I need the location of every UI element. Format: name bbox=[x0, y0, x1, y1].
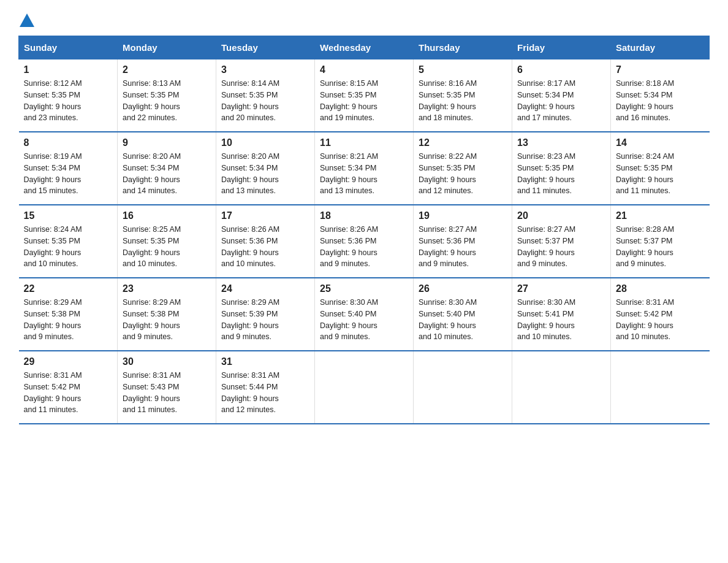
daylight-hours: Daylight: 9 hours bbox=[24, 102, 82, 111]
daylight-hours: Daylight: 9 hours bbox=[123, 248, 180, 257]
sunset-info: Sunset: 5:35 PM bbox=[616, 164, 672, 172]
daylight-hours: Daylight: 9 hours bbox=[221, 394, 279, 403]
sunset-info: Sunset: 5:36 PM bbox=[320, 237, 376, 245]
sunrise-info: Sunrise: 8:15 AM bbox=[320, 79, 378, 88]
day-info: Sunrise: 8:12 AMSunset: 5:35 PMDaylight:… bbox=[24, 78, 113, 124]
daylight-hours: Daylight: 9 hours bbox=[123, 175, 180, 184]
sunset-info: Sunset: 5:41 PM bbox=[517, 310, 574, 318]
calendar-cell: 26Sunrise: 8:30 AMSunset: 5:40 PMDayligh… bbox=[414, 278, 512, 351]
sunset-info: Sunset: 5:36 PM bbox=[221, 237, 278, 245]
sunrise-info: Sunrise: 8:27 AM bbox=[419, 225, 477, 234]
day-number: 31 bbox=[221, 356, 309, 367]
sunset-info: Sunset: 5:35 PM bbox=[221, 91, 278, 99]
day-info: Sunrise: 8:17 AMSunset: 5:34 PMDaylight:… bbox=[517, 78, 605, 124]
day-info: Sunrise: 8:26 AMSunset: 5:36 PMDaylight:… bbox=[320, 224, 408, 270]
daylight-minutes: and 17 minutes. bbox=[517, 113, 572, 122]
sunset-info: Sunset: 5:35 PM bbox=[419, 164, 475, 172]
daylight-minutes: and 12 minutes. bbox=[419, 186, 473, 195]
sunrise-info: Sunrise: 8:19 AM bbox=[24, 152, 82, 161]
daylight-minutes: and 10 minutes. bbox=[517, 332, 572, 341]
sunset-info: Sunset: 5:36 PM bbox=[419, 237, 475, 245]
calendar-cell: 7Sunrise: 8:18 AMSunset: 5:34 PMDaylight… bbox=[611, 59, 710, 132]
daylight-minutes: and 11 minutes. bbox=[24, 405, 78, 414]
day-info: Sunrise: 8:18 AMSunset: 5:34 PMDaylight:… bbox=[616, 78, 705, 124]
calendar-cell bbox=[611, 351, 710, 424]
daylight-minutes: and 10 minutes. bbox=[419, 332, 473, 341]
daylight-minutes: and 10 minutes. bbox=[221, 259, 276, 268]
day-number: 17 bbox=[221, 210, 309, 221]
calendar-cell: 11Sunrise: 8:21 AMSunset: 5:34 PMDayligh… bbox=[315, 132, 414, 205]
day-number: 19 bbox=[419, 210, 507, 221]
sunrise-info: Sunrise: 8:21 AM bbox=[320, 152, 378, 161]
calendar-cell: 31Sunrise: 8:31 AMSunset: 5:44 PMDayligh… bbox=[216, 351, 315, 424]
calendar-cell: 25Sunrise: 8:30 AMSunset: 5:40 PMDayligh… bbox=[315, 278, 414, 351]
sunrise-info: Sunrise: 8:20 AM bbox=[123, 152, 181, 161]
sunset-info: Sunset: 5:35 PM bbox=[123, 91, 179, 99]
day-info: Sunrise: 8:29 AMSunset: 5:38 PMDaylight:… bbox=[24, 297, 113, 343]
daylight-minutes: and 15 minutes. bbox=[24, 186, 78, 195]
daylight-hours: Daylight: 9 hours bbox=[221, 321, 279, 330]
sunset-info: Sunset: 5:34 PM bbox=[616, 91, 672, 99]
daylight-minutes: and 12 minutes. bbox=[221, 405, 276, 414]
day-number: 20 bbox=[517, 210, 605, 221]
day-info: Sunrise: 8:31 AMSunset: 5:42 PMDaylight:… bbox=[616, 297, 705, 343]
day-number: 8 bbox=[24, 137, 113, 148]
page-header bbox=[18, 12, 710, 25]
day-info: Sunrise: 8:31 AMSunset: 5:44 PMDaylight:… bbox=[221, 370, 309, 416]
daylight-hours: Daylight: 9 hours bbox=[24, 321, 82, 330]
daylight-hours: Daylight: 9 hours bbox=[123, 321, 180, 330]
sunset-info: Sunset: 5:35 PM bbox=[320, 91, 376, 99]
calendar-cell: 23Sunrise: 8:29 AMSunset: 5:38 PMDayligh… bbox=[118, 278, 216, 351]
daylight-hours: Daylight: 9 hours bbox=[221, 248, 279, 257]
day-number: 13 bbox=[517, 137, 605, 148]
daylight-hours: Daylight: 9 hours bbox=[320, 102, 377, 111]
day-info: Sunrise: 8:24 AMSunset: 5:35 PMDaylight:… bbox=[24, 224, 113, 270]
header-monday: Monday bbox=[118, 36, 216, 59]
day-info: Sunrise: 8:21 AMSunset: 5:34 PMDaylight:… bbox=[320, 151, 408, 197]
sunset-info: Sunset: 5:40 PM bbox=[320, 310, 376, 318]
day-number: 22 bbox=[24, 283, 113, 294]
calendar-week-row: 29Sunrise: 8:31 AMSunset: 5:42 PMDayligh… bbox=[19, 351, 710, 424]
sunrise-info: Sunrise: 8:31 AM bbox=[221, 371, 279, 380]
sunrise-info: Sunrise: 8:30 AM bbox=[419, 298, 477, 307]
day-info: Sunrise: 8:30 AMSunset: 5:40 PMDaylight:… bbox=[320, 297, 408, 343]
header-wednesday: Wednesday bbox=[315, 36, 414, 59]
sunset-info: Sunset: 5:35 PM bbox=[123, 237, 179, 245]
daylight-minutes: and 18 minutes. bbox=[419, 113, 473, 122]
logo bbox=[18, 12, 36, 25]
sunrise-info: Sunrise: 8:31 AM bbox=[123, 371, 181, 380]
daylight-minutes: and 16 minutes. bbox=[616, 113, 670, 122]
daylight-hours: Daylight: 9 hours bbox=[320, 248, 377, 257]
day-info: Sunrise: 8:31 AMSunset: 5:42 PMDaylight:… bbox=[24, 370, 113, 416]
day-info: Sunrise: 8:20 AMSunset: 5:34 PMDaylight:… bbox=[123, 151, 211, 197]
day-number: 4 bbox=[320, 64, 408, 75]
daylight-hours: Daylight: 9 hours bbox=[123, 394, 180, 403]
sunrise-info: Sunrise: 8:30 AM bbox=[320, 298, 378, 307]
daylight-hours: Daylight: 9 hours bbox=[320, 175, 377, 184]
calendar-cell: 2Sunrise: 8:13 AMSunset: 5:35 PMDaylight… bbox=[118, 59, 216, 132]
day-info: Sunrise: 8:27 AMSunset: 5:36 PMDaylight:… bbox=[419, 224, 507, 270]
sunrise-info: Sunrise: 8:31 AM bbox=[24, 371, 82, 380]
daylight-minutes: and 13 minutes. bbox=[320, 186, 374, 195]
calendar-cell: 28Sunrise: 8:31 AMSunset: 5:42 PMDayligh… bbox=[611, 278, 710, 351]
daylight-minutes: and 9 minutes. bbox=[320, 332, 370, 341]
day-number: 7 bbox=[616, 64, 705, 75]
day-number: 3 bbox=[221, 64, 309, 75]
day-number: 29 bbox=[24, 356, 113, 367]
day-number: 28 bbox=[616, 283, 705, 294]
day-number: 26 bbox=[419, 283, 507, 294]
calendar-cell: 24Sunrise: 8:29 AMSunset: 5:39 PMDayligh… bbox=[216, 278, 315, 351]
day-number: 10 bbox=[221, 137, 309, 148]
calendar-week-row: 22Sunrise: 8:29 AMSunset: 5:38 PMDayligh… bbox=[19, 278, 710, 351]
sunset-info: Sunset: 5:44 PM bbox=[221, 383, 278, 391]
day-info: Sunrise: 8:20 AMSunset: 5:34 PMDaylight:… bbox=[221, 151, 309, 197]
daylight-minutes: and 9 minutes. bbox=[419, 259, 469, 268]
calendar-cell: 1Sunrise: 8:12 AMSunset: 5:35 PMDaylight… bbox=[19, 59, 118, 132]
calendar-cell: 30Sunrise: 8:31 AMSunset: 5:43 PMDayligh… bbox=[118, 351, 216, 424]
header-saturday: Saturday bbox=[611, 36, 710, 59]
daylight-minutes: and 9 minutes. bbox=[24, 332, 74, 341]
calendar-week-row: 15Sunrise: 8:24 AMSunset: 5:35 PMDayligh… bbox=[19, 205, 710, 278]
day-info: Sunrise: 8:29 AMSunset: 5:39 PMDaylight:… bbox=[221, 297, 309, 343]
header-sunday: Sunday bbox=[19, 36, 118, 59]
calendar-cell: 5Sunrise: 8:16 AMSunset: 5:35 PMDaylight… bbox=[414, 59, 512, 132]
